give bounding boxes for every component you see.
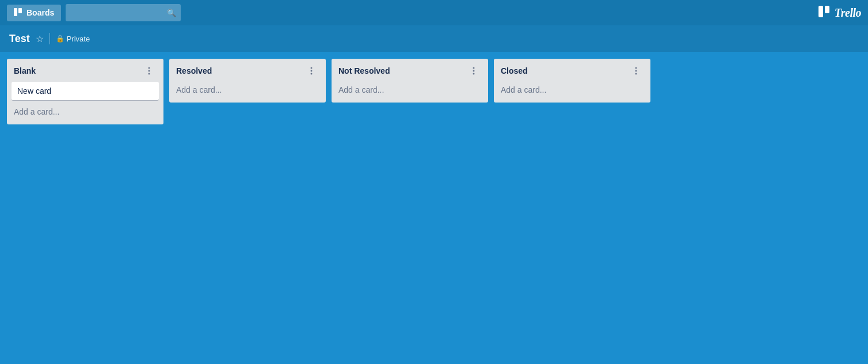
- svg-rect-2: [818, 6, 823, 17]
- add-card-button-resolved[interactable]: Add a card...: [174, 82, 321, 98]
- add-card-button-not-resolved[interactable]: Add a card...: [336, 82, 484, 98]
- boards-button[interactable]: Boards: [7, 5, 61, 21]
- list-menu-button-blank[interactable]: [142, 65, 157, 77]
- lock-icon: 🔒: [56, 35, 64, 43]
- board-grid-icon: [14, 8, 23, 18]
- list-header-blank: Blank: [12, 63, 159, 78]
- svg-point-15: [635, 73, 637, 75]
- trello-logo-icon: [818, 6, 831, 20]
- header-divider: [50, 33, 50, 44]
- board-title: Test: [9, 33, 30, 45]
- list-not-resolved: Not Resolved Add a card...: [332, 59, 488, 103]
- star-icon[interactable]: ☆: [36, 33, 44, 44]
- svg-point-7: [311, 67, 313, 69]
- list-menu-button-not-resolved[interactable]: [466, 65, 481, 77]
- svg-point-12: [473, 73, 475, 75]
- trello-logo: Trello: [818, 6, 861, 20]
- svg-point-5: [149, 70, 150, 72]
- svg-point-8: [311, 70, 313, 72]
- boards-button-label: Boards: [26, 8, 54, 17]
- list-blank: Blank New cardAdd a card...: [7, 59, 163, 124]
- svg-point-9: [311, 73, 313, 75]
- svg-point-10: [473, 67, 475, 69]
- list-closed: Closed Add a card...: [494, 59, 650, 103]
- svg-point-4: [149, 67, 150, 69]
- svg-rect-1: [18, 8, 22, 13]
- svg-point-13: [635, 67, 637, 69]
- privacy-badge: 🔒 Private: [56, 35, 90, 43]
- list-title-closed: Closed: [501, 66, 528, 75]
- list-header-resolved: Resolved: [174, 63, 321, 78]
- privacy-label: Private: [67, 35, 90, 43]
- svg-point-6: [149, 73, 150, 75]
- search-icon: 🔍: [167, 9, 176, 17]
- list-menu-button-closed[interactable]: [629, 65, 644, 77]
- svg-rect-0: [14, 8, 17, 16]
- card-new-card[interactable]: New card: [12, 82, 159, 100]
- list-title-not-resolved: Not Resolved: [338, 66, 390, 75]
- search-bar[interactable]: 🔍: [66, 4, 181, 21]
- add-card-button-blank[interactable]: Add a card...: [12, 104, 159, 120]
- subheader: Test ☆ 🔒 Private: [0, 25, 868, 52]
- svg-point-14: [635, 70, 637, 72]
- svg-point-11: [473, 70, 475, 72]
- navbar: Boards 🔍 Trello: [0, 0, 868, 25]
- add-card-button-closed[interactable]: Add a card...: [498, 82, 646, 98]
- list-title-resolved: Resolved: [176, 66, 212, 75]
- board-content: Blank New cardAdd a card...Resolved Add …: [0, 52, 868, 131]
- list-menu-button-resolved[interactable]: [304, 65, 319, 77]
- search-input[interactable]: [70, 9, 162, 17]
- list-header-not-resolved: Not Resolved: [336, 63, 484, 78]
- list-header-closed: Closed: [498, 63, 646, 78]
- trello-wordmark: Trello: [835, 6, 861, 20]
- list-title-blank: Blank: [14, 66, 36, 75]
- svg-rect-3: [825, 6, 829, 13]
- list-resolved: Resolved Add a card...: [169, 59, 326, 103]
